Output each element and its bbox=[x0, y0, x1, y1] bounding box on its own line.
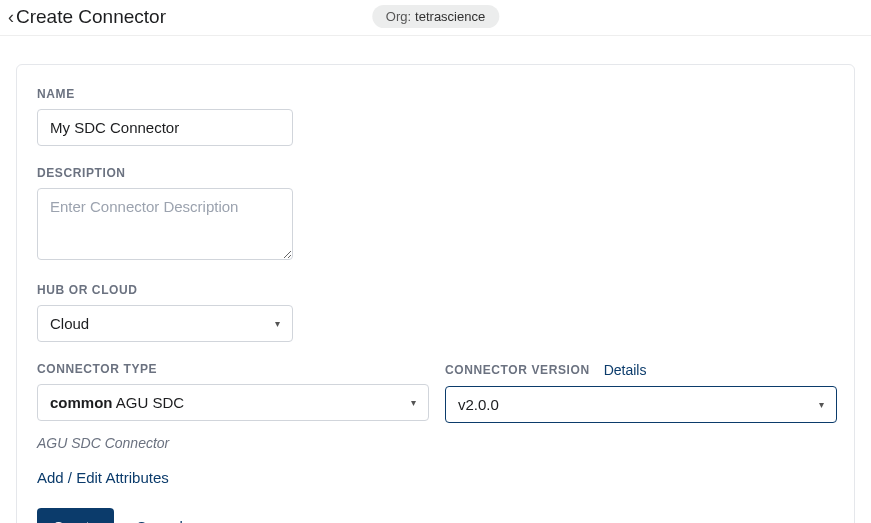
description-label: DESCRIPTION bbox=[37, 166, 834, 180]
version-select[interactable]: v2.0.0 ▾ bbox=[445, 386, 837, 423]
version-label: CONNECTOR VERSION bbox=[445, 363, 590, 377]
org-prefix: Org: bbox=[386, 9, 411, 24]
add-edit-attributes-link[interactable]: Add / Edit Attributes bbox=[37, 469, 169, 486]
version-details-link[interactable]: Details bbox=[604, 362, 647, 378]
back-icon[interactable]: ‹ bbox=[8, 8, 16, 26]
name-group: NAME bbox=[37, 87, 834, 146]
caret-down-icon: ▾ bbox=[819, 399, 824, 410]
type-value-rest: AGU SDC bbox=[113, 394, 185, 411]
description-group: DESCRIPTION bbox=[37, 166, 834, 263]
org-pill[interactable]: Org: tetrascience bbox=[372, 5, 499, 28]
description-textarea[interactable] bbox=[37, 188, 293, 260]
name-input[interactable] bbox=[37, 109, 293, 146]
hub-select[interactable]: Cloud ▾ bbox=[37, 305, 293, 342]
type-value-bold: common bbox=[50, 394, 113, 411]
version-value: v2.0.0 bbox=[458, 396, 499, 413]
footer: Create Cancel bbox=[37, 508, 834, 523]
type-description: AGU SDC Connector bbox=[37, 435, 834, 451]
hub-group: HUB OR CLOUD Cloud ▾ bbox=[37, 283, 834, 342]
caret-down-icon: ▾ bbox=[411, 397, 416, 408]
org-name: tetrascience bbox=[415, 9, 485, 24]
type-group: CONNECTOR TYPE common AGU SDC ▾ bbox=[37, 362, 429, 421]
connector-form-card: NAME DESCRIPTION HUB OR CLOUD Cloud ▾ CO… bbox=[16, 64, 855, 523]
caret-down-icon: ▾ bbox=[275, 318, 280, 329]
type-version-row: CONNECTOR TYPE common AGU SDC ▾ CONNECTO… bbox=[37, 362, 834, 423]
version-group: CONNECTOR VERSION Details v2.0.0 ▾ bbox=[445, 362, 837, 423]
type-label: CONNECTOR TYPE bbox=[37, 362, 429, 376]
page-title: Create Connector bbox=[16, 6, 166, 28]
type-select[interactable]: common AGU SDC ▾ bbox=[37, 384, 429, 421]
hub-value: Cloud bbox=[50, 315, 89, 332]
create-button[interactable]: Create bbox=[37, 508, 114, 523]
cancel-button[interactable]: Cancel bbox=[136, 518, 183, 523]
name-label: NAME bbox=[37, 87, 834, 101]
header-bar: ‹ Create Connector Org: tetrascience bbox=[0, 0, 871, 36]
type-value: common AGU SDC bbox=[50, 394, 184, 411]
hub-label: HUB OR CLOUD bbox=[37, 283, 834, 297]
